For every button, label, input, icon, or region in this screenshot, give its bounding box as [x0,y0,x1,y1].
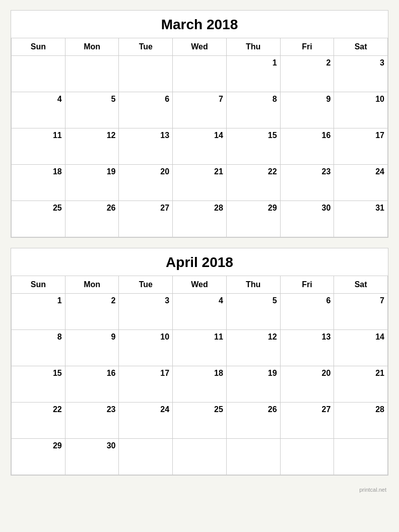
watermark: printcal.net [11,486,388,494]
april-grid: Sun Mon Tue Wed Thu Fri Sat 1 2 3 4 5 6 … [11,276,388,475]
march-day-28: 28 [173,201,227,237]
april-day-11: 11 [173,330,227,366]
march-header-tue: Tue [119,38,173,56]
april-day-17: 17 [119,366,173,403]
april-day-28: 28 [334,403,388,439]
april-day-19: 19 [227,366,281,403]
april-day-8: 8 [12,330,65,366]
april-day-13: 13 [281,330,335,366]
march-day-13: 13 [119,128,173,165]
april-day-23: 23 [65,403,119,439]
march-day-5: 5 [65,92,119,128]
april-day-empty [173,439,227,475]
march-header-fri: Fri [281,38,335,56]
march-day-14: 14 [173,128,227,165]
march-day-11: 11 [12,128,65,165]
april-day-15: 15 [12,366,65,403]
march-header-sun: Sun [12,38,65,56]
march-header-thu: Thu [227,38,281,56]
march-day-empty [119,56,173,92]
april-day-12: 12 [227,330,281,366]
march-title: March 2018 [11,11,388,38]
april-header-fri: Fri [281,276,335,294]
march-day-9: 9 [281,92,335,128]
march-day-20: 20 [119,165,173,201]
april-day-5: 5 [227,294,281,330]
march-day-30: 30 [281,201,335,237]
march-grid: Sun Mon Tue Wed Thu Fri Sat 1 2 3 4 5 6 … [11,38,388,237]
march-day-27: 27 [119,201,173,237]
march-day-18: 18 [12,165,65,201]
april-day-6: 6 [281,294,335,330]
april-day-empty [281,439,335,475]
march-day-empty [12,56,65,92]
march-day-15: 15 [227,128,281,165]
march-day-25: 25 [12,201,65,237]
april-day-14: 14 [334,330,388,366]
march-header-wed: Wed [173,38,227,56]
march-header-sat: Sat [334,38,388,56]
april-header-tue: Tue [119,276,173,294]
march-day-7: 7 [173,92,227,128]
march-day-6: 6 [119,92,173,128]
march-day-21: 21 [173,165,227,201]
april-day-empty [227,439,281,475]
march-day-19: 19 [65,165,119,201]
april-day-26: 26 [227,403,281,439]
april-day-7: 7 [334,294,388,330]
april-day-empty [334,439,388,475]
april-day-1: 1 [12,294,65,330]
april-day-3: 3 [119,294,173,330]
march-day-8: 8 [227,92,281,128]
april-header-thu: Thu [227,276,281,294]
march-calendar: March 2018 Sun Mon Tue Wed Thu Fri Sat 1… [11,10,388,238]
april-day-9: 9 [65,330,119,366]
april-day-30: 30 [65,439,119,475]
april-header-wed: Wed [173,276,227,294]
april-day-empty [119,439,173,475]
april-day-20: 20 [281,366,335,403]
march-day-10: 10 [334,92,388,128]
march-day-31: 31 [334,201,388,237]
april-header-sun: Sun [12,276,65,294]
march-day-22: 22 [227,165,281,201]
april-day-18: 18 [173,366,227,403]
april-calendar: April 2018 Sun Mon Tue Wed Thu Fri Sat 1… [11,248,388,476]
april-day-25: 25 [173,403,227,439]
april-day-4: 4 [173,294,227,330]
april-day-24: 24 [119,403,173,439]
march-header-mon: Mon [65,38,119,56]
april-header-sat: Sat [334,276,388,294]
april-day-21: 21 [334,366,388,403]
march-day-24: 24 [334,165,388,201]
march-day-3: 3 [334,56,388,92]
march-day-16: 16 [281,128,335,165]
april-day-2: 2 [65,294,119,330]
march-day-4: 4 [12,92,65,128]
march-day-2: 2 [281,56,335,92]
march-day-29: 29 [227,201,281,237]
april-title: April 2018 [11,248,388,276]
april-day-10: 10 [119,330,173,366]
april-day-16: 16 [65,366,119,403]
march-day-23: 23 [281,165,335,201]
march-day-12: 12 [65,128,119,165]
april-day-22: 22 [12,403,65,439]
march-day-26: 26 [65,201,119,237]
march-day-17: 17 [334,128,388,165]
march-day-empty [173,56,227,92]
march-day-1: 1 [227,56,281,92]
april-header-mon: Mon [65,276,119,294]
april-day-29: 29 [12,439,65,475]
april-day-27: 27 [281,403,335,439]
march-day-empty [65,56,119,92]
